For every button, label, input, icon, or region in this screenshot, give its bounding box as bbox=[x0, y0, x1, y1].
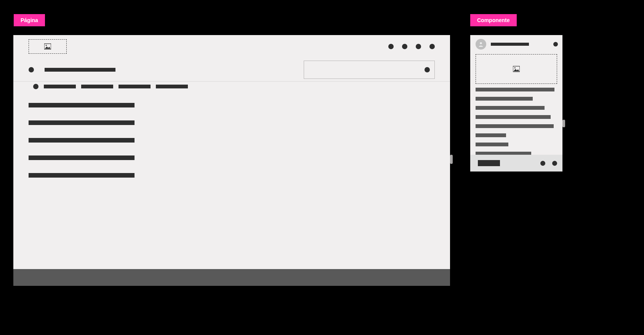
page-title-group bbox=[29, 67, 115, 72]
card-header-left bbox=[476, 39, 529, 50]
page-frame bbox=[13, 35, 450, 286]
subnav bbox=[13, 82, 450, 91]
logo-placeholder[interactable] bbox=[29, 39, 67, 54]
title-bullet-icon bbox=[29, 67, 34, 72]
content-line bbox=[29, 120, 135, 125]
content-list bbox=[13, 91, 450, 189]
card-footer-icon[interactable] bbox=[552, 161, 557, 166]
card-user-name bbox=[491, 43, 529, 46]
page-footer bbox=[13, 269, 450, 286]
image-icon bbox=[44, 43, 51, 50]
card-text-line bbox=[476, 143, 508, 146]
search-input[interactable] bbox=[304, 61, 435, 79]
subnav-item[interactable] bbox=[44, 85, 76, 88]
top-action-icon[interactable] bbox=[429, 44, 435, 49]
card-header bbox=[470, 35, 562, 53]
svg-point-2 bbox=[480, 42, 482, 44]
card-text-line bbox=[476, 115, 551, 119]
scrollbar-thumb[interactable] bbox=[562, 120, 565, 127]
card-footer-icon[interactable] bbox=[540, 161, 545, 166]
page-topbar bbox=[13, 35, 450, 58]
subnav-item[interactable] bbox=[156, 85, 188, 88]
card-menu-icon[interactable] bbox=[553, 42, 558, 46]
image-icon bbox=[513, 66, 520, 72]
page-header-row bbox=[13, 58, 450, 82]
svg-point-4 bbox=[514, 67, 516, 69]
top-action-icon[interactable] bbox=[402, 44, 407, 49]
card-text-line bbox=[476, 124, 554, 128]
tag-componente: Componente bbox=[470, 14, 517, 26]
svg-point-1 bbox=[46, 45, 47, 46]
card-footer-actions bbox=[540, 161, 557, 166]
card-text-line bbox=[476, 97, 533, 101]
card-body bbox=[470, 88, 562, 155]
content-line bbox=[29, 103, 135, 107]
top-action-icon[interactable] bbox=[388, 44, 394, 49]
card-text-line bbox=[476, 133, 506, 137]
top-action-icon[interactable] bbox=[416, 44, 421, 49]
subnav-item[interactable] bbox=[81, 85, 113, 88]
card-image-placeholder[interactable] bbox=[476, 54, 557, 84]
subnav-bullet-icon bbox=[33, 84, 38, 89]
page-title bbox=[45, 68, 115, 72]
card-footer bbox=[470, 155, 562, 172]
top-action-group bbox=[388, 44, 435, 49]
avatar-icon[interactable] bbox=[476, 39, 486, 50]
card-action-button[interactable] bbox=[478, 160, 500, 166]
content-line bbox=[29, 155, 135, 160]
tag-pagina: Página bbox=[14, 14, 45, 26]
scrollbar-thumb[interactable] bbox=[450, 155, 453, 164]
content-line bbox=[29, 138, 135, 143]
card-text-line bbox=[476, 106, 545, 110]
component-frame bbox=[470, 35, 562, 172]
search-icon[interactable] bbox=[425, 67, 430, 72]
content-line bbox=[29, 173, 135, 178]
subnav-item[interactable] bbox=[119, 85, 151, 88]
card-text-line bbox=[476, 88, 554, 91]
